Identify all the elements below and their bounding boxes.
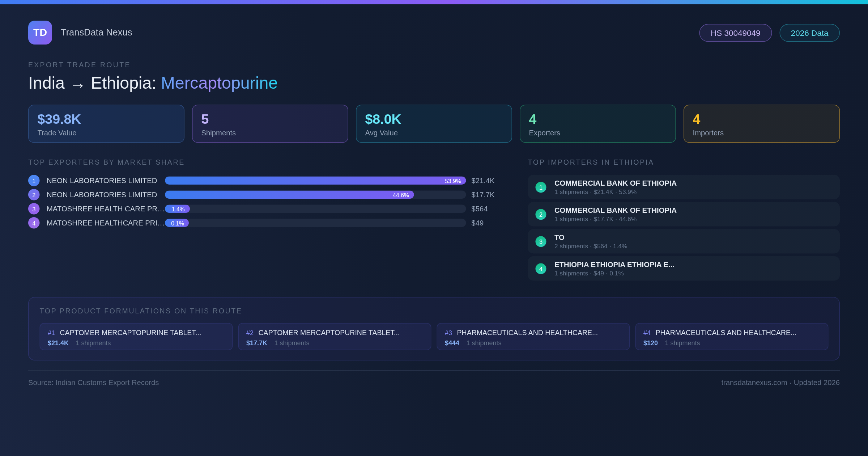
product-name: CAPTOMER MERCAPTOPURINE TABLET...	[259, 329, 400, 337]
stat-label: Trade Value	[38, 128, 175, 137]
importer-meta: 1 shipments · $17.7K · 44.6%	[554, 216, 677, 222]
product-value: $120	[643, 339, 658, 347]
exporters-heading: TOP EXPORTERS BY MARKET SHARE	[28, 158, 500, 166]
stat-cards: $39.8K Trade Value 5 Shipments $8.0K Avg…	[28, 105, 840, 143]
importer-card[interactable]: 1 COMMERCIAL BANK OF ETHIOPIA 1 shipment…	[528, 175, 840, 199]
exporter-row[interactable]: 4 MATOSHREE HEALTHCARE PRIVA... 0.1% $49	[28, 217, 500, 229]
importer-name: TO	[554, 233, 627, 242]
rank-badge: 3	[536, 236, 546, 247]
exporter-name: MATOSHREE HEALTHCARE PRIVA...	[47, 219, 165, 227]
app-logo: TD	[28, 21, 52, 45]
accent-gradient-bar	[0, 0, 868, 4]
importer-meta: 1 shipments · $21.4K · 53.9%	[554, 189, 677, 195]
stat-value: 4	[693, 111, 831, 127]
market-share-bar: 53.9%	[165, 177, 466, 185]
page-title-product: Mercaptopurine	[161, 73, 278, 93]
products-heading: TOP PRODUCT FORMULATIONS ON THIS ROUTE	[40, 307, 829, 315]
importer-card[interactable]: 3 TO 2 shipments · $564 · 1.4%	[528, 229, 840, 254]
rank-badge: 2	[28, 189, 40, 200]
product-value: $21.4K	[48, 339, 69, 347]
exporter-row[interactable]: 1 NEON LABORATORIES LIMITED 53.9% $21.4K	[28, 175, 500, 186]
header-badges: HS 30049049 2026 Data	[699, 24, 840, 42]
exporters-section: TOP EXPORTERS BY MARKET SHARE 1 NEON LAB…	[28, 158, 500, 232]
product-value: $444	[445, 339, 459, 347]
rank-badge: 4	[536, 263, 546, 274]
exporter-value: $49	[472, 219, 500, 227]
importers-section: TOP IMPORTERS IN ETHIOPIA 1 COMMERCIAL B…	[528, 158, 840, 284]
exporter-name: NEON LABORATORIES LIMITED	[47, 177, 165, 185]
exporter-value: $21.4K	[472, 177, 500, 185]
rank-badge: 3	[28, 203, 40, 215]
importer-meta: 2 shipments · $564 · 1.4%	[554, 243, 627, 249]
stat-label: Exporters	[529, 128, 667, 137]
product-rank: #3	[445, 329, 452, 337]
importers-heading: TOP IMPORTERS IN ETHIOPIA	[528, 158, 840, 166]
importer-card[interactable]: 4 ETHIOPIA ETHIOPIA ETHIOPIA E... 1 ship…	[528, 256, 840, 281]
importer-name: COMMERCIAL BANK OF ETHIOPIA	[554, 206, 677, 215]
product-name: CAPTOMER MERCAPTOPURINE TABLET...	[60, 329, 201, 337]
product-card[interactable]: #1 CAPTOMER MERCAPTOPURINE TABLET... $21…	[40, 323, 233, 350]
dashboard-page: TD TransData Nexus HS 30049049 2026 Data…	[0, 0, 868, 456]
market-share-bar-fill: 0.1%	[165, 219, 189, 227]
stat-value: 4	[529, 111, 667, 127]
exporter-row[interactable]: 3 MATOSHREE HEALTH CARE PRIV... 1.4% $56…	[28, 203, 500, 215]
product-shipments: 1 shipments	[665, 339, 700, 347]
exporter-value: $17.7K	[472, 191, 500, 199]
page-title: India → Ethiopia: Mercaptopurine	[28, 73, 840, 93]
stat-value: 5	[201, 111, 339, 127]
market-share-bar-fill: 53.9%	[165, 177, 466, 185]
stat-label: Importers	[693, 128, 831, 137]
product-shipments: 1 shipments	[275, 339, 310, 347]
product-shipments: 1 shipments	[76, 339, 111, 347]
rank-badge: 4	[28, 217, 40, 229]
rank-badge: 2	[536, 209, 546, 220]
page-title-route: India → Ethiopia:	[28, 73, 161, 93]
exporter-name: MATOSHREE HEALTH CARE PRIV...	[47, 205, 165, 213]
market-share-bar: 0.1%	[165, 219, 466, 227]
site-note: transdatanexus.com · Updated 2026	[721, 379, 840, 387]
product-rank: #1	[48, 329, 55, 337]
product-card[interactable]: #4 PHARMACEUTICALS AND HEALTHCARE... $12…	[635, 323, 829, 350]
rank-badge: 1	[536, 182, 546, 193]
hs-code-badge[interactable]: HS 30049049	[699, 24, 772, 42]
exporter-value: $564	[472, 205, 500, 213]
stat-label: Shipments	[201, 128, 339, 137]
app-name: TransData Nexus	[61, 27, 132, 38]
stat-card-shipments: 5 Shipments	[192, 105, 348, 143]
eyebrow-label: EXPORT TRADE ROUTE	[28, 61, 840, 69]
product-shipments: 1 shipments	[467, 339, 502, 347]
product-rank: #2	[246, 329, 254, 337]
exporter-name: NEON LABORATORIES LIMITED	[47, 191, 165, 199]
stat-value: $8.0K	[365, 111, 503, 127]
product-formulations-panel: TOP PRODUCT FORMULATIONS ON THIS ROUTE #…	[28, 297, 840, 361]
market-share-bar-fill: 1.4%	[165, 205, 190, 213]
importer-card[interactable]: 2 COMMERCIAL BANK OF ETHIOPIA 1 shipment…	[528, 202, 840, 227]
source-note: Source: Indian Customs Export Records	[28, 379, 159, 387]
importer-meta: 1 shipments · $49 · 0.1%	[554, 270, 675, 276]
stat-card-trade-value: $39.8K Trade Value	[28, 105, 184, 143]
importer-name: ETHIOPIA ETHIOPIA ETHIOPIA E...	[554, 261, 675, 269]
stat-label: Avg Value	[365, 128, 503, 137]
product-card[interactable]: #2 CAPTOMER MERCAPTOPURINE TABLET... $17…	[238, 323, 431, 350]
data-year-badge[interactable]: 2026 Data	[779, 24, 840, 42]
product-name: PHARMACEUTICALS AND HEALTHCARE...	[457, 329, 598, 337]
stat-card-avg-value: $8.0K Avg Value	[356, 105, 512, 143]
rank-badge: 1	[28, 175, 40, 186]
stat-value: $39.8K	[38, 111, 175, 127]
market-share-bar: 1.4%	[165, 205, 466, 213]
app-header: TD TransData Nexus HS 30049049 2026 Data	[28, 21, 840, 45]
importer-name: COMMERCIAL BANK OF ETHIOPIA	[554, 179, 677, 187]
product-card[interactable]: #3 PHARMACEUTICALS AND HEALTHCARE... $44…	[437, 323, 630, 350]
market-share-bar-fill: 44.6%	[165, 191, 414, 199]
product-name: PHARMACEUTICALS AND HEALTHCARE...	[656, 329, 797, 337]
stat-card-exporters: 4 Exporters	[520, 105, 676, 143]
market-share-bar: 44.6%	[165, 191, 466, 199]
page-footer: Source: Indian Customs Export Records tr…	[28, 370, 840, 387]
product-value: $17.7K	[246, 339, 267, 347]
exporter-row[interactable]: 2 NEON LABORATORIES LIMITED 44.6% $17.7K	[28, 189, 500, 200]
stat-card-importers: 4 Importers	[684, 105, 840, 143]
product-rank: #4	[643, 329, 651, 337]
